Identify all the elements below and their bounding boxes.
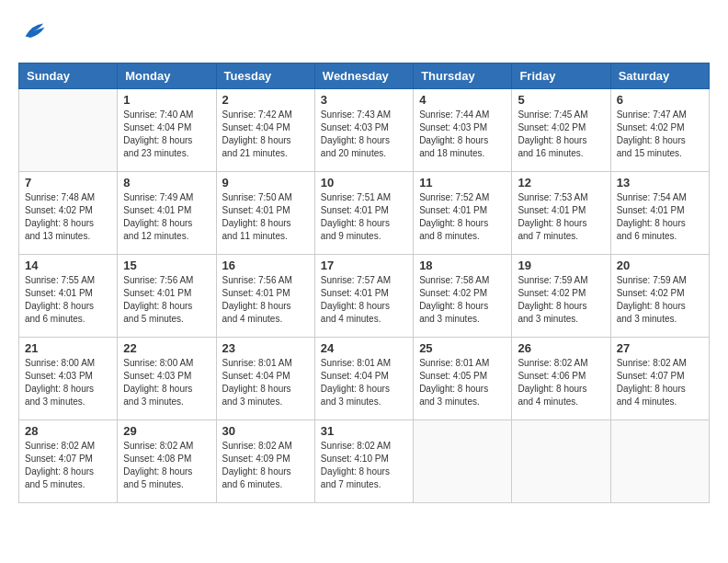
calendar-cell: 12Sunrise: 7:53 AM Sunset: 4:01 PM Dayli… [512, 172, 610, 255]
logo-bird-icon [20, 18, 46, 44]
day-info: Sunrise: 8:02 AM Sunset: 4:08 PM Dayligh… [123, 440, 210, 491]
day-info: Sunrise: 7:58 AM Sunset: 4:02 PM Dayligh… [419, 274, 506, 326]
day-info: Sunrise: 8:02 AM Sunset: 4:07 PM Dayligh… [25, 440, 111, 491]
day-info: Sunrise: 8:02 AM Sunset: 4:07 PM Dayligh… [617, 357, 703, 408]
day-info: Sunrise: 8:01 AM Sunset: 4:04 PM Dayligh… [321, 357, 407, 408]
calendar-cell: 28Sunrise: 8:02 AM Sunset: 4:07 PM Dayli… [19, 420, 118, 503]
day-number: 4 [419, 93, 506, 107]
day-info: Sunrise: 7:48 AM Sunset: 4:02 PM Dayligh… [25, 191, 111, 243]
day-info: Sunrise: 7:50 AM Sunset: 4:01 PM Dayligh… [222, 191, 309, 243]
day-header-thursday: Thursday [414, 63, 512, 89]
day-number: 30 [222, 424, 309, 438]
calendar-cell: 23Sunrise: 8:01 AM Sunset: 4:04 PM Dayli… [216, 338, 314, 420]
day-info: Sunrise: 7:57 AM Sunset: 4:01 PM Dayligh… [321, 274, 407, 326]
day-info: Sunrise: 7:55 AM Sunset: 4:01 PM Dayligh… [25, 274, 111, 326]
calendar-header: SundayMondayTuesdayWednesdayThursdayFrid… [19, 63, 710, 89]
calendar-cell: 22Sunrise: 8:00 AM Sunset: 4:03 PM Dayli… [118, 338, 216, 420]
calendar-cell: 25Sunrise: 8:01 AM Sunset: 4:05 PM Dayli… [414, 338, 512, 420]
day-info: Sunrise: 7:44 AM Sunset: 4:03 PM Dayligh… [419, 109, 506, 160]
calendar-cell: 17Sunrise: 7:57 AM Sunset: 4:01 PM Dayli… [314, 255, 413, 338]
day-number: 16 [222, 259, 309, 272]
day-info: Sunrise: 8:02 AM Sunset: 4:09 PM Dayligh… [222, 440, 309, 491]
calendar-cell: 8Sunrise: 7:49 AM Sunset: 4:01 PM Daylig… [118, 172, 216, 255]
day-number: 25 [419, 341, 506, 355]
day-number: 31 [321, 424, 407, 438]
calendar-cell [414, 420, 512, 503]
day-info: Sunrise: 8:00 AM Sunset: 4:03 PM Dayligh… [25, 357, 111, 408]
calendar-cell: 29Sunrise: 8:02 AM Sunset: 4:08 PM Dayli… [118, 420, 216, 503]
calendar-cell: 19Sunrise: 7:59 AM Sunset: 4:02 PM Dayli… [512, 255, 610, 338]
day-number: 14 [25, 259, 111, 272]
calendar-table: SundayMondayTuesdayWednesdayThursdayFrid… [18, 63, 710, 503]
calendar-body: 1Sunrise: 7:40 AM Sunset: 4:04 PM Daylig… [19, 89, 710, 503]
calendar-cell: 9Sunrise: 7:50 AM Sunset: 4:01 PM Daylig… [216, 172, 314, 255]
day-number: 5 [518, 93, 604, 107]
day-header-friday: Friday [512, 63, 610, 89]
day-header-monday: Monday [118, 63, 216, 89]
day-number: 1 [123, 93, 210, 107]
calendar-cell: 30Sunrise: 8:02 AM Sunset: 4:09 PM Dayli… [216, 420, 314, 503]
day-number: 29 [123, 424, 210, 438]
day-info: Sunrise: 7:53 AM Sunset: 4:01 PM Dayligh… [518, 191, 604, 243]
day-info: Sunrise: 7:49 AM Sunset: 4:01 PM Dayligh… [123, 191, 210, 243]
day-info: Sunrise: 8:02 AM Sunset: 4:10 PM Dayligh… [321, 440, 407, 491]
calendar-cell: 15Sunrise: 7:56 AM Sunset: 4:01 PM Dayli… [118, 255, 216, 338]
day-number: 3 [321, 93, 407, 107]
calendar-cell: 10Sunrise: 7:51 AM Sunset: 4:01 PM Dayli… [314, 172, 413, 255]
day-number: 12 [518, 176, 604, 190]
day-number: 19 [518, 259, 604, 272]
calendar-cell: 5Sunrise: 7:45 AM Sunset: 4:02 PM Daylig… [512, 89, 610, 172]
calendar-cell: 3Sunrise: 7:43 AM Sunset: 4:03 PM Daylig… [314, 89, 413, 172]
day-number: 26 [518, 341, 604, 355]
day-info: Sunrise: 7:52 AM Sunset: 4:01 PM Dayligh… [419, 191, 506, 243]
calendar-cell [512, 420, 610, 503]
day-number: 24 [321, 341, 407, 355]
calendar-cell: 31Sunrise: 8:02 AM Sunset: 4:10 PM Dayli… [314, 420, 413, 503]
day-header-saturday: Saturday [610, 63, 709, 89]
calendar-cell: 11Sunrise: 7:52 AM Sunset: 4:01 PM Dayli… [414, 172, 512, 255]
calendar-week-5: 28Sunrise: 8:02 AM Sunset: 4:07 PM Dayli… [19, 420, 710, 503]
day-number: 22 [123, 341, 210, 355]
day-number: 11 [419, 176, 506, 190]
page-header [18, 18, 710, 48]
day-number: 15 [123, 259, 210, 272]
day-info: Sunrise: 8:01 AM Sunset: 4:05 PM Dayligh… [419, 357, 506, 408]
day-number: 8 [123, 176, 210, 190]
calendar-cell [19, 89, 118, 172]
calendar-cell: 24Sunrise: 8:01 AM Sunset: 4:04 PM Dayli… [314, 338, 413, 420]
day-number: 21 [25, 341, 111, 355]
calendar-cell: 13Sunrise: 7:54 AM Sunset: 4:01 PM Dayli… [610, 172, 709, 255]
calendar-week-4: 21Sunrise: 8:00 AM Sunset: 4:03 PM Dayli… [19, 338, 710, 420]
day-info: Sunrise: 7:54 AM Sunset: 4:01 PM Dayligh… [617, 191, 703, 243]
calendar-cell [610, 420, 709, 503]
calendar-cell: 21Sunrise: 8:00 AM Sunset: 4:03 PM Dayli… [19, 338, 118, 420]
calendar-cell: 1Sunrise: 7:40 AM Sunset: 4:04 PM Daylig… [118, 89, 216, 172]
day-info: Sunrise: 7:40 AM Sunset: 4:04 PM Dayligh… [123, 109, 210, 160]
day-info: Sunrise: 7:42 AM Sunset: 4:04 PM Dayligh… [222, 109, 309, 160]
day-header-wednesday: Wednesday [314, 63, 413, 89]
day-number: 10 [321, 176, 407, 190]
day-number: 7 [25, 176, 111, 190]
calendar-cell: 26Sunrise: 8:02 AM Sunset: 4:06 PM Dayli… [512, 338, 610, 420]
day-info: Sunrise: 8:02 AM Sunset: 4:06 PM Dayligh… [518, 357, 604, 408]
calendar-cell: 6Sunrise: 7:47 AM Sunset: 4:02 PM Daylig… [610, 89, 709, 172]
day-number: 9 [222, 176, 309, 190]
day-info: Sunrise: 7:59 AM Sunset: 4:02 PM Dayligh… [518, 274, 604, 326]
calendar-week-3: 14Sunrise: 7:55 AM Sunset: 4:01 PM Dayli… [19, 255, 710, 338]
calendar-cell: 27Sunrise: 8:02 AM Sunset: 4:07 PM Dayli… [610, 338, 709, 420]
calendar-cell: 14Sunrise: 7:55 AM Sunset: 4:01 PM Dayli… [19, 255, 118, 338]
day-number: 6 [617, 93, 703, 107]
day-header-tuesday: Tuesday [216, 63, 314, 89]
day-number: 2 [222, 93, 309, 107]
days-of-week-row: SundayMondayTuesdayWednesdayThursdayFrid… [19, 63, 710, 89]
day-number: 13 [617, 176, 703, 190]
day-number: 23 [222, 341, 309, 355]
day-number: 27 [617, 341, 703, 355]
day-header-sunday: Sunday [19, 63, 118, 89]
calendar-week-1: 1Sunrise: 7:40 AM Sunset: 4:04 PM Daylig… [19, 89, 710, 172]
calendar-week-2: 7Sunrise: 7:48 AM Sunset: 4:02 PM Daylig… [19, 172, 710, 255]
calendar-cell: 18Sunrise: 7:58 AM Sunset: 4:02 PM Dayli… [414, 255, 512, 338]
day-info: Sunrise: 7:45 AM Sunset: 4:02 PM Dayligh… [518, 109, 604, 160]
day-number: 20 [617, 259, 703, 272]
day-number: 17 [321, 259, 407, 272]
